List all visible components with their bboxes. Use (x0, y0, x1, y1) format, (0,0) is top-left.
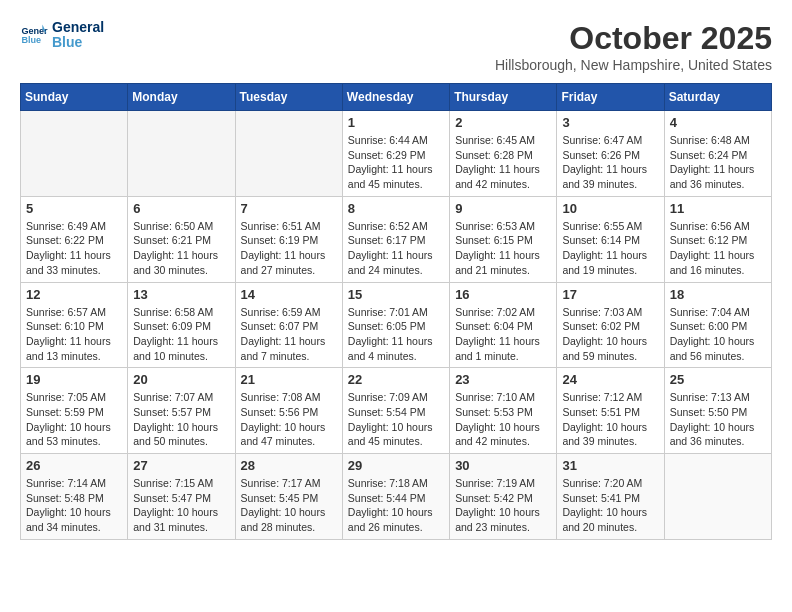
day-info: Sunrise: 7:10 AMSunset: 5:53 PMDaylight:… (455, 390, 551, 449)
day-info: Sunrise: 6:52 AMSunset: 6:17 PMDaylight:… (348, 219, 444, 278)
day-info: Sunrise: 7:15 AMSunset: 5:47 PMDaylight:… (133, 476, 229, 535)
day-number: 2 (455, 115, 551, 130)
day-of-week-header: Wednesday (342, 84, 449, 111)
calendar-day-cell: 20 Sunrise: 7:07 AMSunset: 5:57 PMDaylig… (128, 368, 235, 454)
day-number: 19 (26, 372, 122, 387)
day-info: Sunrise: 6:47 AMSunset: 6:26 PMDaylight:… (562, 133, 658, 192)
day-number: 17 (562, 287, 658, 302)
day-info: Sunrise: 6:53 AMSunset: 6:15 PMDaylight:… (455, 219, 551, 278)
day-number: 15 (348, 287, 444, 302)
calendar-week-row: 19 Sunrise: 7:05 AMSunset: 5:59 PMDaylig… (21, 368, 772, 454)
day-info: Sunrise: 6:59 AMSunset: 6:07 PMDaylight:… (241, 305, 337, 364)
calendar-day-cell: 6 Sunrise: 6:50 AMSunset: 6:21 PMDayligh… (128, 196, 235, 282)
calendar-day-cell: 31 Sunrise: 7:20 AMSunset: 5:41 PMDaylig… (557, 454, 664, 540)
day-number: 4 (670, 115, 766, 130)
calendar-header-row: SundayMondayTuesdayWednesdayThursdayFrid… (21, 84, 772, 111)
day-number: 8 (348, 201, 444, 216)
day-of-week-header: Monday (128, 84, 235, 111)
svg-text:Blue: Blue (21, 36, 41, 46)
day-number: 5 (26, 201, 122, 216)
calendar-day-cell: 21 Sunrise: 7:08 AMSunset: 5:56 PMDaylig… (235, 368, 342, 454)
day-info: Sunrise: 6:44 AMSunset: 6:29 PMDaylight:… (348, 133, 444, 192)
location: Hillsborough, New Hampshire, United Stat… (495, 57, 772, 73)
month-title: October 2025 (495, 20, 772, 57)
day-info: Sunrise: 6:45 AMSunset: 6:28 PMDaylight:… (455, 133, 551, 192)
calendar-day-cell (21, 111, 128, 197)
calendar-day-cell (235, 111, 342, 197)
day-info: Sunrise: 6:49 AMSunset: 6:22 PMDaylight:… (26, 219, 122, 278)
calendar-day-cell: 24 Sunrise: 7:12 AMSunset: 5:51 PMDaylig… (557, 368, 664, 454)
day-number: 14 (241, 287, 337, 302)
calendar-week-row: 5 Sunrise: 6:49 AMSunset: 6:22 PMDayligh… (21, 196, 772, 282)
calendar-day-cell: 30 Sunrise: 7:19 AMSunset: 5:42 PMDaylig… (450, 454, 557, 540)
day-number: 31 (562, 458, 658, 473)
day-info: Sunrise: 7:17 AMSunset: 5:45 PMDaylight:… (241, 476, 337, 535)
calendar-week-row: 26 Sunrise: 7:14 AMSunset: 5:48 PMDaylig… (21, 454, 772, 540)
day-info: Sunrise: 7:01 AMSunset: 6:05 PMDaylight:… (348, 305, 444, 364)
calendar-day-cell: 19 Sunrise: 7:05 AMSunset: 5:59 PMDaylig… (21, 368, 128, 454)
calendar-day-cell: 4 Sunrise: 6:48 AMSunset: 6:24 PMDayligh… (664, 111, 771, 197)
day-number: 27 (133, 458, 229, 473)
calendar-day-cell: 8 Sunrise: 6:52 AMSunset: 6:17 PMDayligh… (342, 196, 449, 282)
day-number: 23 (455, 372, 551, 387)
title-block: October 2025 Hillsborough, New Hampshire… (495, 20, 772, 73)
day-number: 1 (348, 115, 444, 130)
day-info: Sunrise: 6:58 AMSunset: 6:09 PMDaylight:… (133, 305, 229, 364)
day-number: 29 (348, 458, 444, 473)
day-info: Sunrise: 6:56 AMSunset: 6:12 PMDaylight:… (670, 219, 766, 278)
calendar-day-cell (664, 454, 771, 540)
calendar-day-cell: 13 Sunrise: 6:58 AMSunset: 6:09 PMDaylig… (128, 282, 235, 368)
calendar-day-cell: 23 Sunrise: 7:10 AMSunset: 5:53 PMDaylig… (450, 368, 557, 454)
page-header: General Blue General Blue October 2025 H… (20, 20, 772, 73)
day-info: Sunrise: 7:13 AMSunset: 5:50 PMDaylight:… (670, 390, 766, 449)
day-info: Sunrise: 7:19 AMSunset: 5:42 PMDaylight:… (455, 476, 551, 535)
day-number: 16 (455, 287, 551, 302)
calendar-day-cell: 7 Sunrise: 6:51 AMSunset: 6:19 PMDayligh… (235, 196, 342, 282)
day-info: Sunrise: 7:12 AMSunset: 5:51 PMDaylight:… (562, 390, 658, 449)
day-number: 6 (133, 201, 229, 216)
day-of-week-header: Tuesday (235, 84, 342, 111)
calendar-day-cell: 25 Sunrise: 7:13 AMSunset: 5:50 PMDaylig… (664, 368, 771, 454)
day-number: 18 (670, 287, 766, 302)
day-info: Sunrise: 6:57 AMSunset: 6:10 PMDaylight:… (26, 305, 122, 364)
day-info: Sunrise: 7:02 AMSunset: 6:04 PMDaylight:… (455, 305, 551, 364)
day-info: Sunrise: 7:20 AMSunset: 5:41 PMDaylight:… (562, 476, 658, 535)
day-number: 20 (133, 372, 229, 387)
day-info: Sunrise: 7:03 AMSunset: 6:02 PMDaylight:… (562, 305, 658, 364)
calendar-day-cell: 12 Sunrise: 6:57 AMSunset: 6:10 PMDaylig… (21, 282, 128, 368)
day-info: Sunrise: 6:50 AMSunset: 6:21 PMDaylight:… (133, 219, 229, 278)
day-info: Sunrise: 6:51 AMSunset: 6:19 PMDaylight:… (241, 219, 337, 278)
logo: General Blue General Blue (20, 20, 104, 51)
day-info: Sunrise: 7:04 AMSunset: 6:00 PMDaylight:… (670, 305, 766, 364)
day-of-week-header: Thursday (450, 84, 557, 111)
calendar-day-cell: 27 Sunrise: 7:15 AMSunset: 5:47 PMDaylig… (128, 454, 235, 540)
logo-icon: General Blue (20, 21, 48, 49)
day-number: 24 (562, 372, 658, 387)
logo-blue-text: Blue (52, 35, 104, 50)
calendar-day-cell: 22 Sunrise: 7:09 AMSunset: 5:54 PMDaylig… (342, 368, 449, 454)
day-number: 12 (26, 287, 122, 302)
calendar-day-cell: 10 Sunrise: 6:55 AMSunset: 6:14 PMDaylig… (557, 196, 664, 282)
calendar-day-cell: 28 Sunrise: 7:17 AMSunset: 5:45 PMDaylig… (235, 454, 342, 540)
calendar-day-cell: 9 Sunrise: 6:53 AMSunset: 6:15 PMDayligh… (450, 196, 557, 282)
day-info: Sunrise: 7:08 AMSunset: 5:56 PMDaylight:… (241, 390, 337, 449)
day-of-week-header: Sunday (21, 84, 128, 111)
day-of-week-header: Saturday (664, 84, 771, 111)
calendar-day-cell: 16 Sunrise: 7:02 AMSunset: 6:04 PMDaylig… (450, 282, 557, 368)
day-info: Sunrise: 7:09 AMSunset: 5:54 PMDaylight:… (348, 390, 444, 449)
day-number: 25 (670, 372, 766, 387)
day-number: 21 (241, 372, 337, 387)
day-info: Sunrise: 6:55 AMSunset: 6:14 PMDaylight:… (562, 219, 658, 278)
calendar-table: SundayMondayTuesdayWednesdayThursdayFrid… (20, 83, 772, 540)
day-number: 13 (133, 287, 229, 302)
calendar-day-cell: 17 Sunrise: 7:03 AMSunset: 6:02 PMDaylig… (557, 282, 664, 368)
calendar-week-row: 12 Sunrise: 6:57 AMSunset: 6:10 PMDaylig… (21, 282, 772, 368)
calendar-day-cell: 14 Sunrise: 6:59 AMSunset: 6:07 PMDaylig… (235, 282, 342, 368)
calendar-day-cell: 26 Sunrise: 7:14 AMSunset: 5:48 PMDaylig… (21, 454, 128, 540)
day-info: Sunrise: 7:07 AMSunset: 5:57 PMDaylight:… (133, 390, 229, 449)
day-info: Sunrise: 7:05 AMSunset: 5:59 PMDaylight:… (26, 390, 122, 449)
calendar-day-cell: 15 Sunrise: 7:01 AMSunset: 6:05 PMDaylig… (342, 282, 449, 368)
day-number: 26 (26, 458, 122, 473)
day-info: Sunrise: 6:48 AMSunset: 6:24 PMDaylight:… (670, 133, 766, 192)
day-number: 10 (562, 201, 658, 216)
